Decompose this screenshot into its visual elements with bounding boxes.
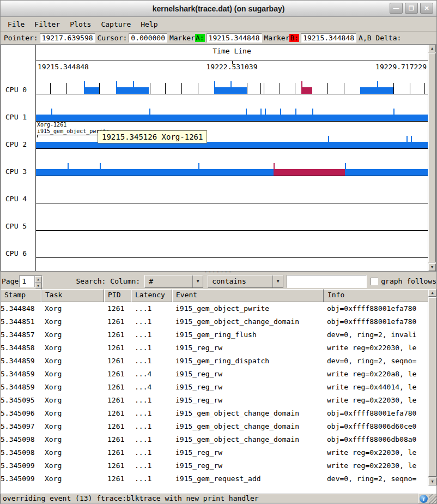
- table-header: StampTaskPIDLatencyEventInfo: [1, 289, 436, 302]
- cell-pid: 1261: [104, 407, 131, 420]
- cell-pid: 1261: [104, 472, 131, 485]
- column-header-task[interactable]: Task: [41, 289, 104, 302]
- table-row[interactable]: 5.344848Xorg1261...1i915_gem_object_pwri…: [1, 302, 436, 315]
- spin-down-icon[interactable]: ▼: [35, 283, 42, 289]
- table-row[interactable]: 5.344851Xorg1261...1i915_gem_object_chan…: [1, 315, 436, 328]
- scroll-down-arrow-icon[interactable]: ▼: [428, 478, 436, 485]
- cpu-plot-row[interactable]: [36, 217, 428, 244]
- cell-info: dev=0, ring=2, invali: [324, 328, 436, 341]
- table-row[interactable]: 5.345098Xorg1261...1i915_reg_rwwrite reg…: [1, 446, 436, 459]
- cpu-plot-row[interactable]: [36, 162, 428, 189]
- cell-event: i915_reg_rw: [172, 446, 324, 459]
- column-select[interactable]: # ▼: [144, 275, 203, 288]
- table-vertical-scrollbar[interactable]: ▲ ▼: [428, 289, 436, 485]
- cell-event: i915_gem_object_pwrite: [172, 302, 324, 315]
- title-bar[interactable]: kernelshark(trace.dat) (on sugarbay) — ❐…: [1, 1, 436, 17]
- cell-task: Xorg: [41, 446, 104, 459]
- column-header-pid[interactable]: PID: [104, 289, 131, 302]
- cpu-label: CPU 1: [1, 107, 35, 135]
- scroll-down-arrow-icon[interactable]: ▼: [428, 263, 436, 271]
- marker-b-badge[interactable]: B:: [289, 34, 299, 42]
- menu-item-capture[interactable]: Capture: [96, 19, 136, 30]
- cpu-label: CPU 5: [1, 217, 35, 244]
- scroll-up-arrow-icon[interactable]: ▲: [428, 45, 436, 52]
- menu-item-help[interactable]: Help: [136, 19, 162, 30]
- column-header-info[interactable]: Info: [324, 289, 436, 302]
- table-row[interactable]: 5.345096Xorg1261...1i915_gem_object_chan…: [1, 407, 436, 420]
- cell-latency: ...1: [131, 446, 172, 459]
- cell-info: obj=0xffff88006d60ce0: [324, 420, 436, 433]
- cell-info: obj=0xffff88001efa780: [324, 315, 436, 328]
- cell-info: obj=0xffff88001efa780: [324, 407, 436, 420]
- cell-task: Xorg: [41, 355, 104, 368]
- plot-area[interactable]: Time Line 19215.344848 19222.531039 1922…: [36, 45, 428, 271]
- pointer-value: 19217.639598: [40, 33, 95, 43]
- table-row[interactable]: 5.344857Xorg1261...1i915_gem_ring_flushd…: [1, 328, 436, 341]
- table-row[interactable]: 5.344859Xorg1261...4i915_reg_rwwrite reg…: [1, 381, 436, 394]
- chevron-down-icon[interactable]: ▼: [192, 275, 203, 287]
- cell-task: Xorg: [41, 328, 104, 341]
- column-header-event[interactable]: Event: [172, 289, 324, 302]
- match-type-select[interactable]: contains ▼: [208, 275, 283, 288]
- table-scrollbar-thumb[interactable]: [428, 297, 436, 477]
- cell-pid: 1261: [104, 302, 131, 315]
- cell-event: i915_gem_object_change_domain: [172, 407, 324, 420]
- column-header-stamp[interactable]: Stamp: [1, 289, 41, 302]
- column-header-latency[interactable]: Latency: [131, 289, 172, 302]
- table-row[interactable]: 5.345097Xorg1261...1i915_gem_object_chan…: [1, 420, 436, 433]
- cpu-plot-row[interactable]: [36, 189, 428, 217]
- event-tick: [410, 83, 410, 94]
- scroll-up-arrow-icon[interactable]: ▲: [428, 289, 436, 297]
- table-row[interactable]: 5.345098Xorg1261...1i915_gem_object_chan…: [1, 433, 436, 446]
- cell-stamp: 5.345097: [1, 420, 41, 433]
- maximize-button[interactable]: ❐: [405, 3, 418, 14]
- cell-stamp: 5.345099: [1, 459, 41, 472]
- cpu-baseline: [36, 230, 428, 231]
- event-tick: [280, 83, 280, 94]
- table-row[interactable]: 5.345099Xorg1261...1i915_reg_rwwrite reg…: [1, 459, 436, 472]
- close-button[interactable]: ✕: [420, 3, 433, 14]
- cpu-plot-row[interactable]: [36, 244, 428, 271]
- minimize-button[interactable]: —: [390, 3, 403, 14]
- menu-item-file[interactable]: File: [3, 19, 29, 30]
- cell-stamp: 5.344859: [1, 381, 41, 394]
- window-title: kernelshark(trace.dat) (on sugarbay): [1, 4, 436, 13]
- chevron-down-icon[interactable]: ▼: [272, 275, 283, 287]
- cell-info: write reg=0x22030, le: [324, 446, 436, 459]
- graph-scrollbar-thumb[interactable]: [428, 53, 436, 262]
- cpu-activity-bar: [360, 87, 393, 94]
- cell-pid: 1261: [104, 381, 131, 394]
- cpu-plot-row[interactable]: [36, 80, 428, 107]
- cell-info: dev=0, ring=2, seqno=: [324, 472, 436, 485]
- table-row[interactable]: 5.345095Xorg1261...1i915_reg_rwwrite reg…: [1, 394, 436, 407]
- event-tick: [345, 163, 346, 169]
- table-row[interactable]: 5.345099Xorg1261...1i915_gem_request_add…: [1, 472, 436, 485]
- cell-event: i915_gem_ring_flush: [172, 328, 324, 341]
- table-row[interactable]: 5.344859Xorg1261...4i915_reg_rwwrite reg…: [1, 368, 436, 381]
- page-spinbox[interactable]: 1 ▲ ▼: [19, 275, 42, 287]
- cpu-baseline: [36, 257, 428, 258]
- graph-vertical-scrollbar[interactable]: ▲ ▼: [428, 45, 436, 271]
- timeline-title: Time Line: [36, 47, 428, 55]
- cell-event: i915_reg_rw: [172, 394, 324, 407]
- table-row[interactable]: 5.344859Xorg1261...1i915_gem_ring_dispat…: [1, 355, 436, 368]
- kernelshark-window: kernelshark(trace.dat) (on sugarbay) — ❐…: [0, 0, 437, 504]
- cell-latency: ...1: [131, 420, 172, 433]
- table-row[interactable]: 5.344858Xorg1261...1i915_reg_rwwrite reg…: [1, 341, 436, 355]
- menu-item-filter[interactable]: Filter: [29, 19, 65, 30]
- marker-a-badge[interactable]: A:: [195, 34, 205, 42]
- cpu-label: CPU 6: [1, 244, 35, 271]
- cell-stamp: 5.344851: [1, 315, 41, 328]
- search-input[interactable]: [287, 275, 367, 288]
- cell-info: obj=0xffff88001efa780: [324, 302, 436, 315]
- event-tick: [68, 163, 69, 169]
- cell-event: i915_gem_object_change_domain: [172, 420, 324, 433]
- event-tick: [393, 83, 394, 94]
- menu-item-plots[interactable]: Plots: [65, 19, 96, 30]
- spin-up-icon[interactable]: ▲: [35, 276, 42, 283]
- cpu-plot-row[interactable]: [36, 135, 428, 162]
- graph-follows-checkbox[interactable]: [371, 278, 378, 285]
- info-icon[interactable]: i: [420, 495, 428, 503]
- cpu-label: CPU 0: [1, 80, 35, 107]
- resize-grip-icon[interactable]: [429, 494, 436, 503]
